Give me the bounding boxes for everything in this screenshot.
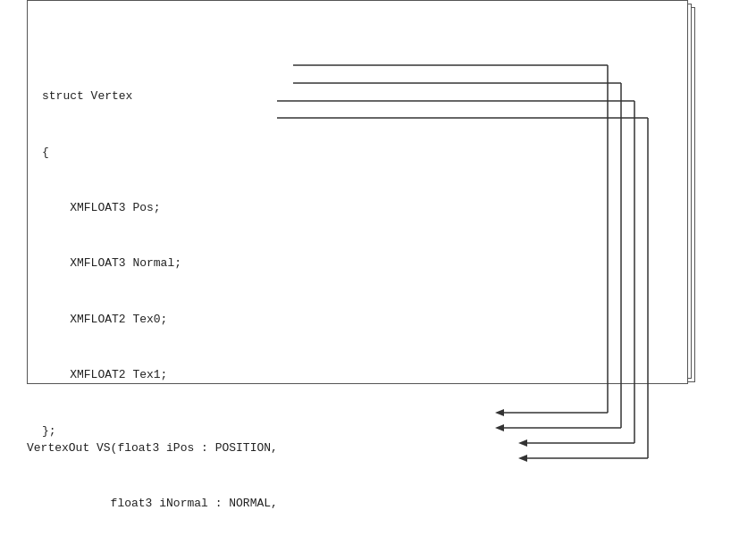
struct-member-1: XMFLOAT3 Normal; — [42, 255, 673, 273]
struct-member-0: XMFLOAT3 Pos; — [42, 199, 673, 218]
main-container: struct Vertex { XMFLOAT3 Pos; XMFLOAT3 N… — [0, 0, 756, 552]
vs-line2: float3 iNormal : NORMAL, — [27, 495, 433, 514]
struct-title: struct Vertex — [42, 88, 673, 106]
struct-member-2: XMFLOAT2 Tex0; — [42, 311, 673, 330]
struct-open: { — [42, 144, 673, 163]
vs-section: VertexOut VS(float3 iPos : POSITION, flo… — [27, 402, 433, 552]
struct-member-3: XMFLOAT2 Tex1; — [42, 366, 673, 385]
vs-line1: VertexOut VS(float3 iPos : POSITION, — [27, 439, 433, 458]
